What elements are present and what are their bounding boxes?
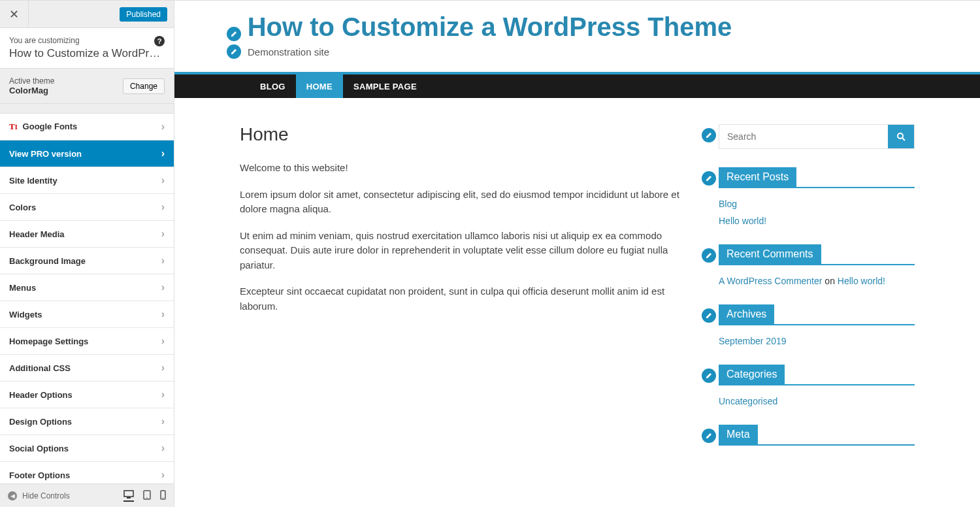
paragraph: Ut enim ad minim veniam, quis nostrud ex… (240, 229, 679, 273)
panel-site-identity[interactable]: Site Identity › (0, 167, 174, 194)
panel-colors[interactable]: Colors › (0, 194, 174, 221)
widget-title: Recent Comments (719, 244, 821, 264)
comment-author-link[interactable]: A WordPress Commenter (719, 276, 822, 286)
main-column: Home Welcome to this website! Lorem ipsu… (240, 124, 679, 464)
panel-label: Homepage Settings (9, 336, 88, 346)
panel-footer-options[interactable]: Footer Options › (0, 462, 174, 483)
comment-post-link[interactable]: Hello world! (838, 276, 885, 286)
mobile-icon[interactable] (160, 490, 166, 502)
search-input[interactable] (719, 125, 888, 148)
paragraph: Welcome to this website! (240, 161, 679, 176)
search-button[interactable] (888, 125, 914, 148)
search-icon (896, 132, 906, 141)
widget-title: Archives (719, 304, 774, 324)
panel-label: View PRO version (9, 149, 82, 159)
site-tagline: Demonstration site (248, 46, 329, 57)
paragraph: Excepteur sint occaecat cupidatat non pr… (240, 284, 679, 314)
panel-label: Widgets (9, 310, 42, 319)
sidebar-widgets: Recent Posts Blog Hello world! Recent Co… (719, 124, 915, 464)
panel-label: Background Image (9, 256, 86, 266)
panel-additional-css[interactable]: Additional CSS › (0, 355, 174, 382)
chevron-right-icon: › (161, 228, 165, 240)
site-title[interactable]: How to Customize a WordPress Theme (248, 12, 732, 41)
nav-sample-page[interactable]: SAMPLE PAGE (343, 74, 427, 98)
panel-menus[interactable]: Menus › (0, 274, 174, 301)
widget-title: Categories (719, 365, 785, 384)
chevron-right-icon: › (161, 469, 165, 481)
device-switcher (123, 490, 166, 502)
panel-header-options[interactable]: Header Options › (0, 382, 174, 408)
panel-widgets[interactable]: Widgets › (0, 301, 174, 328)
panel-label: Header Options (9, 390, 73, 400)
pencil-icon[interactable] (702, 128, 716, 142)
widget-title: Recent Posts (719, 167, 796, 187)
panel-label: Header Media (9, 229, 65, 239)
customizer-sidebar: ✕ Published You are customizing How to C… (0, 1, 174, 507)
panel-homepage-settings[interactable]: Homepage Settings › (0, 328, 174, 355)
chevron-right-icon: › (161, 389, 165, 401)
chevron-right-icon: › (161, 442, 165, 454)
svg-line-7 (902, 138, 905, 140)
chevron-right-icon: › (161, 362, 165, 374)
pencil-icon[interactable] (702, 248, 716, 263)
svg-point-6 (898, 133, 903, 139)
panel-label: Additional CSS (9, 363, 71, 373)
site-header: How to Customize a WordPress Theme Demon… (174, 1, 980, 72)
archives-widget: Archives September 2019 (719, 304, 915, 346)
panel-view-pro[interactable]: View PRO version › (0, 140, 174, 167)
customizing-label: You are customizing (9, 36, 165, 45)
change-theme-button[interactable]: Change (123, 78, 165, 94)
recent-comments-widget: Recent Comments A WordPress Commenter on… (719, 244, 915, 286)
panel-google-fonts[interactable]: TIGoogle Fonts › (0, 114, 174, 140)
panel-background-image[interactable]: Background Image › (0, 248, 174, 274)
desktop-icon[interactable] (123, 490, 134, 502)
panel-label: Footer Options (9, 470, 70, 480)
hide-controls-label: Hide Controls (22, 491, 70, 500)
chevron-right-icon: › (161, 148, 165, 159)
pencil-icon[interactable] (227, 27, 241, 41)
pencil-icon[interactable] (227, 44, 241, 59)
archive-link[interactable]: September 2019 (719, 336, 787, 346)
svg-point-3 (146, 497, 148, 499)
panel-design-options[interactable]: Design Options › (0, 408, 174, 435)
chevron-right-icon: › (161, 416, 165, 427)
customizing-block: You are customizing How to Customize a W… (0, 28, 174, 69)
panel-label: Design Options (9, 417, 72, 427)
active-theme-label: Active theme (9, 76, 54, 86)
panel-header-media[interactable]: Header Media › (0, 221, 174, 248)
recent-posts-widget: Recent Posts Blog Hello world! (719, 167, 915, 226)
svg-point-5 (163, 497, 163, 498)
panel-label: Menus (9, 283, 36, 293)
pencil-icon[interactable] (702, 429, 716, 443)
chevron-right-icon: › (161, 308, 165, 320)
close-icon[interactable]: ✕ (0, 1, 29, 28)
pencil-icon[interactable] (702, 171, 716, 186)
content-area: Home Welcome to this website! Lorem ipsu… (174, 98, 980, 477)
sidebar-topbar: ✕ Published (0, 1, 174, 28)
category-link[interactable]: Uncategorised (719, 396, 777, 406)
hide-controls-button[interactable]: ◀ Hide Controls (8, 491, 70, 500)
pencil-icon[interactable] (702, 308, 716, 323)
panel-label: Site Identity (9, 176, 57, 186)
panel-list: TIGoogle Fonts › View PRO version › Site… (0, 113, 174, 483)
tablet-icon[interactable] (143, 490, 151, 502)
customizing-title: How to Customize a WordPres... (9, 47, 165, 60)
recent-comment-item: A WordPress Commenter on Hello world! (719, 276, 915, 286)
help-icon[interactable]: ? (154, 36, 165, 46)
preview-pane: How to Customize a WordPress Theme Demon… (174, 1, 980, 507)
collapse-icon: ◀ (8, 491, 17, 500)
panel-label: Colors (9, 203, 36, 212)
pencil-icon[interactable] (702, 368, 716, 383)
publish-button[interactable]: Published (120, 7, 167, 22)
paragraph: Lorem ipsum dolor sit amet, consectetur … (240, 188, 679, 217)
chevron-right-icon: › (161, 335, 165, 347)
recent-post-link[interactable]: Blog (719, 199, 737, 209)
recent-post-link[interactable]: Hello world! (719, 216, 766, 226)
comment-sep: on (822, 276, 837, 286)
panel-label: Google Fonts (23, 122, 78, 131)
nav-blog[interactable]: BLOG (250, 74, 296, 98)
panel-social-options[interactable]: Social Options › (0, 435, 174, 462)
nav-home[interactable]: HOME (296, 74, 343, 98)
panel-label: Social Options (9, 444, 69, 453)
search-widget (719, 124, 915, 149)
